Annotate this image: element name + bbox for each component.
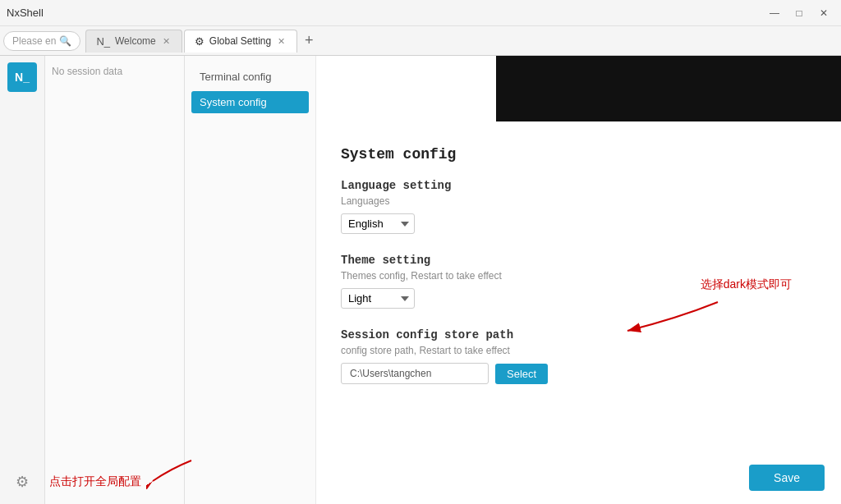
tab-welcome[interactable]: N_ Welcome ✕	[85, 30, 182, 53]
session-config-group: Session config store path config store p…	[341, 328, 816, 384]
nav-terminal-config[interactable]: Terminal config	[191, 66, 309, 88]
sidebar: N_ ⚙	[0, 56, 45, 504]
path-row: Select	[341, 363, 816, 384]
content-area: Terminal config System config System con…	[185, 56, 841, 504]
session-config-desc: config store path, Restart to take effec…	[341, 345, 816, 356]
session-panel: No session data	[45, 56, 185, 504]
save-button[interactable]: Save	[749, 465, 825, 491]
terminal-preview	[496, 56, 841, 121]
theme-select[interactable]: Light Dark	[341, 288, 415, 309]
tab-global-setting-label: Global Setting	[209, 35, 271, 47]
select-button[interactable]: Select	[495, 364, 548, 384]
sidebar-bottom: ⚙	[10, 470, 34, 504]
tab-setting-icon: ⚙	[195, 35, 205, 48]
language-select[interactable]: English Chinese	[341, 213, 415, 234]
search-text: Please en	[12, 35, 56, 47]
left-nav: Terminal config System config	[185, 56, 316, 504]
gear-icon[interactable]: ⚙	[10, 470, 34, 494]
minimize-button[interactable]: —	[764, 5, 785, 21]
theme-setting-group: Theme setting Themes config, Restart to …	[341, 254, 816, 309]
tab-setting-close[interactable]: ✕	[276, 35, 287, 48]
theme-setting-desc: Themes config, Restart to take effect	[341, 270, 816, 282]
tab-welcome-close[interactable]: ✕	[161, 35, 172, 48]
right-content: System config Language setting Languages…	[316, 56, 841, 504]
tab-global-setting[interactable]: ⚙ Global Setting ✕	[184, 30, 297, 53]
save-button-container: Save	[749, 465, 825, 491]
tab-welcome-label: Welcome	[115, 35, 156, 47]
main-layout: N_ ⚙ No session data Terminal config Sys…	[0, 56, 841, 504]
system-config-title: System config	[341, 146, 816, 163]
sidebar-logo: N_	[7, 62, 37, 92]
path-input[interactable]	[341, 363, 489, 384]
search-button[interactable]: Please en 🔍	[3, 31, 80, 51]
title-bar: NxShell — □ ✕	[0, 0, 841, 26]
maximize-button[interactable]: □	[788, 5, 810, 21]
language-setting-group: Language setting Languages English Chine…	[341, 179, 816, 234]
tab-welcome-icon: N_	[96, 35, 110, 48]
nav-terminal-config-label: Terminal config	[200, 71, 271, 83]
search-icon: 🔍	[59, 35, 71, 47]
language-setting-heading: Language setting	[341, 179, 816, 192]
nav-system-config[interactable]: System config	[191, 91, 309, 113]
tab-bar: Please en 🔍 N_ Welcome ✕ ⚙ Global Settin…	[0, 26, 841, 56]
language-setting-desc: Languages	[341, 195, 816, 207]
close-button[interactable]: ✕	[813, 5, 834, 21]
new-tab-button[interactable]: +	[299, 31, 319, 51]
title-bar-left: NxShell	[7, 7, 44, 19]
app-title: NxShell	[7, 7, 44, 19]
session-config-heading: Session config store path	[341, 328, 816, 341]
nav-system-config-label: System config	[200, 96, 267, 108]
title-bar-controls: — □ ✕	[764, 5, 834, 21]
no-session-text: No session data	[52, 66, 122, 77]
theme-setting-heading: Theme setting	[341, 254, 816, 267]
